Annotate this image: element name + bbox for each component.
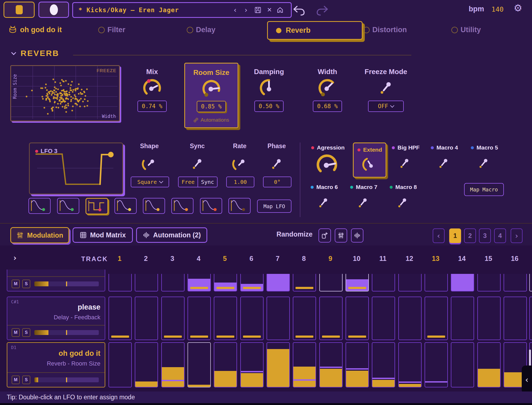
step-cell-r1-c12[interactable] bbox=[398, 274, 422, 291]
macro-macro-7[interactable]: Macro 7 bbox=[350, 184, 377, 190]
step-cell-r3-c12[interactable] bbox=[398, 342, 422, 387]
tab-utility-radio[interactable] bbox=[451, 27, 458, 33]
step-cell-r1-c16[interactable] bbox=[504, 274, 527, 291]
track-number-1[interactable]: 1 bbox=[109, 255, 131, 263]
track-number-4[interactable]: 4 bbox=[188, 255, 210, 263]
page-prev-button[interactable]: ‹ bbox=[433, 228, 445, 243]
step-cell-r3-c13[interactable] bbox=[425, 342, 448, 387]
track-number-10[interactable]: 10 bbox=[346, 255, 368, 263]
tab-filter[interactable]: Filter bbox=[107, 26, 125, 34]
preset-tab-name[interactable]: oh god do it bbox=[20, 26, 62, 34]
mute-button[interactable]: M bbox=[12, 280, 20, 288]
step-cell-r1-c10[interactable] bbox=[346, 274, 369, 291]
step-cell-r3-c4[interactable] bbox=[188, 342, 211, 387]
tab-delay-radio[interactable] bbox=[187, 27, 193, 33]
damping-value[interactable]: 0.50 % bbox=[254, 101, 284, 112]
track-number-13[interactable]: 13 bbox=[425, 255, 447, 263]
track-row[interactable]: M S bbox=[7, 270, 105, 291]
tab-reverb[interactable]: Reverb bbox=[267, 21, 363, 40]
lfo-thumbnail-2[interactable] bbox=[57, 198, 79, 214]
step-cell-r1-c7[interactable] bbox=[267, 274, 290, 291]
step-cell-r3-c2[interactable] bbox=[135, 342, 158, 387]
step-cell-r2-c5[interactable] bbox=[214, 297, 237, 340]
randomize-waveform-button[interactable] bbox=[351, 228, 363, 243]
room-size-knob[interactable] bbox=[198, 75, 225, 100]
solo-button[interactable]: S bbox=[22, 280, 30, 288]
step-cell-r1-c9[interactable] bbox=[319, 274, 343, 291]
tab-delay[interactable]: Delay bbox=[196, 26, 215, 34]
macro-macro-5[interactable]: Macro 5 bbox=[471, 144, 498, 151]
track-number-14[interactable]: 14 bbox=[451, 255, 473, 263]
tracker-expand-icon[interactable]: › bbox=[12, 253, 17, 263]
randomize-sliders-button[interactable] bbox=[335, 228, 347, 243]
mix-value[interactable]: 0.74 % bbox=[137, 101, 167, 112]
undo-button[interactable] bbox=[292, 4, 306, 18]
step-cell-r2-c9[interactable] bbox=[319, 297, 343, 340]
shape-knob[interactable] bbox=[139, 153, 160, 173]
step-cell-r2-c11[interactable] bbox=[372, 297, 395, 340]
step-cell-r2-c12[interactable] bbox=[398, 297, 422, 340]
sync-free-option[interactable]: Free bbox=[179, 177, 198, 187]
track-row[interactable]: C#1 please Delay - Feedback M S bbox=[7, 297, 105, 340]
track-row-selected[interactable]: D1 oh god do it Reverb - Room Size M S bbox=[7, 342, 105, 387]
step-cell-r3-c8[interactable] bbox=[293, 342, 316, 387]
macro-knob[interactable] bbox=[434, 153, 453, 172]
tab-filter-radio[interactable] bbox=[98, 27, 105, 33]
track-number-3[interactable]: 3 bbox=[161, 255, 183, 263]
step-cell-r1-c11[interactable] bbox=[372, 274, 395, 291]
bpm-value[interactable]: 140 bbox=[491, 5, 504, 13]
depth-slider[interactable] bbox=[34, 377, 99, 382]
step-cell-r3-c10[interactable] bbox=[346, 342, 369, 387]
step-cell-r2-c3[interactable] bbox=[161, 297, 185, 340]
step-cell-r2-c13[interactable] bbox=[425, 297, 448, 340]
map-macro-button[interactable]: Map Macro bbox=[464, 183, 504, 196]
lfo-thumbnail-8[interactable] bbox=[228, 198, 251, 214]
lfo-display[interactable]: LFO 3 bbox=[29, 142, 123, 194]
home-icon[interactable] bbox=[276, 6, 284, 14]
automations-link[interactable]: Automations bbox=[185, 117, 238, 123]
track-number-2[interactable]: 2 bbox=[135, 255, 157, 263]
width-value[interactable]: 0.68 % bbox=[313, 101, 342, 112]
step-cell-r2-c4[interactable] bbox=[188, 297, 211, 340]
lfo-thumbnail-5[interactable] bbox=[143, 198, 165, 214]
phase-value[interactable]: 0° bbox=[263, 177, 291, 187]
lfo-thumbnail-6[interactable] bbox=[171, 198, 193, 214]
track-number-11[interactable]: 11 bbox=[372, 255, 394, 263]
step-cell-r2-c10[interactable] bbox=[346, 297, 369, 340]
macro-knob[interactable] bbox=[314, 192, 333, 211]
randomize-dice-button[interactable] bbox=[318, 228, 331, 243]
page-4-button[interactable]: 4 bbox=[494, 228, 506, 243]
step-cell-r2-c8[interactable] bbox=[293, 297, 316, 340]
tab-distortion-radio[interactable] bbox=[363, 27, 370, 33]
step-cell-r2-c14[interactable] bbox=[451, 297, 474, 340]
step-cell-r3-c1[interactable] bbox=[109, 342, 132, 387]
freeze-mode-knob[interactable] bbox=[372, 75, 399, 99]
lfo-thumbnail-3[interactable] bbox=[86, 198, 108, 214]
nav-forward-icon[interactable]: › bbox=[244, 6, 248, 14]
track-number-15[interactable]: 15 bbox=[477, 255, 500, 263]
room-size-value[interactable]: 0.85 % bbox=[197, 101, 226, 112]
step-cell-r3-c15[interactable] bbox=[477, 342, 501, 387]
page-next-button[interactable]: › bbox=[511, 228, 523, 243]
width-knob[interactable] bbox=[314, 75, 341, 99]
section-collapse-icon[interactable] bbox=[11, 50, 16, 55]
macro-macro-6[interactable]: Macro 6 bbox=[311, 184, 338, 190]
step-cell-r3-c5[interactable] bbox=[214, 342, 237, 387]
macro-knob[interactable] bbox=[313, 149, 341, 177]
step-cell-r3-c3[interactable] bbox=[161, 342, 185, 387]
map-lfo-button[interactable]: Map LFO bbox=[257, 200, 291, 213]
track-number-8[interactable]: 8 bbox=[293, 255, 315, 263]
lfo-thumbnail-4[interactable] bbox=[114, 198, 137, 214]
track-number-16[interactable]: 16 bbox=[504, 255, 526, 263]
track-number-5[interactable]: 5 bbox=[214, 255, 236, 263]
macro-knob[interactable] bbox=[353, 192, 372, 211]
shape-dropdown[interactable]: Square bbox=[131, 177, 169, 187]
tab-modulation[interactable]: Modulation bbox=[10, 227, 69, 243]
step-cell-r2-c1[interactable] bbox=[109, 297, 132, 340]
step-cell-r3-c11[interactable] bbox=[372, 342, 395, 387]
track-number-7[interactable]: 7 bbox=[267, 255, 289, 263]
macro-knob[interactable] bbox=[474, 153, 493, 172]
step-cell-r1-c14[interactable] bbox=[451, 274, 474, 291]
step-cell-r1-c8[interactable] bbox=[293, 274, 316, 291]
track-number-12[interactable]: 12 bbox=[398, 255, 421, 263]
